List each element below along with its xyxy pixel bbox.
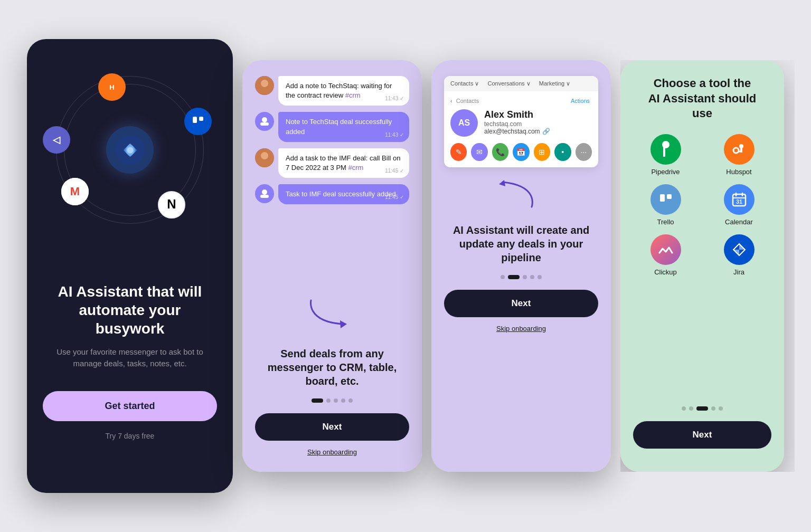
chat-bubble-3: Add a task to the IMF deal: call Bill on…: [278, 148, 409, 178]
svg-point-10: [127, 147, 133, 153]
crm-task-btn[interactable]: ⊞: [534, 143, 550, 161]
svg-rect-3: [193, 117, 197, 123]
breadcrumb-contacts: Contacts: [456, 98, 479, 104]
trello-label: Trello: [657, 218, 674, 226]
chat-message-2: Note to TechStaq deal successfully added…: [255, 112, 409, 141]
crm-nav: Contacts ∨ Conversations ∨ Marketing ∨: [444, 76, 598, 91]
hubspot-label: Hubspot: [726, 168, 751, 176]
curved-arrow-area: [300, 295, 364, 334]
chat-message-3: Add a task to the IMF deal: call Bill on…: [255, 148, 409, 178]
try-free-text: Try 7 days free: [106, 432, 155, 440]
tool-pipedrive[interactable]: Pipedrive: [633, 134, 698, 176]
pagination-dots-3: [501, 275, 542, 279]
tool-clickup[interactable]: Clickup: [633, 234, 698, 276]
svg-text:31: 31: [735, 198, 742, 205]
dot-5: [348, 398, 353, 403]
pagination-dots-4: [682, 406, 723, 411]
chat-message-1: Add a note to TechStaq: waiting for the …: [255, 76, 409, 106]
skip-onboarding-3[interactable]: Skip onboarding: [496, 325, 546, 332]
contact-info: Alex Smith techstaq.com alex@techstaq.co…: [484, 109, 550, 135]
dot-3: [696, 406, 708, 411]
dot-2: [508, 275, 520, 279]
figma-satellite-icon: ◁: [43, 126, 70, 154]
chat-message-4: Task to IMF deal successfully added 11:4…: [255, 184, 409, 204]
svg-rect-4: [199, 117, 203, 121]
svg-text:M: M: [70, 185, 80, 198]
crm-breadcrumb: ‹ Contacts Actions: [450, 98, 592, 104]
svg-text:◁: ◁: [52, 135, 61, 145]
next-button-4[interactable]: Next: [633, 421, 771, 449]
jira-label: Jira: [733, 268, 744, 276]
trello-satellite-icon: [184, 108, 212, 135]
next-button-2[interactable]: Next: [255, 413, 409, 441]
dot-4: [530, 275, 534, 279]
clickup-icon: [650, 234, 681, 265]
dark-headline: AI Assistant that will automate your bus…: [43, 282, 217, 338]
dot-1: [501, 275, 505, 279]
tools-headline: Choose a tool theAI Assistant shoulduse: [648, 76, 757, 121]
tool-calendar[interactable]: 31 Calendar: [706, 184, 771, 226]
chat-bubble-4: Task to IMF deal successfully added 11:4…: [278, 184, 409, 204]
pagination-dots-2: [312, 398, 353, 403]
crm-edit-btn[interactable]: ✎: [450, 143, 467, 161]
chat-bubble-2: Note to TechStaq deal successfully added…: [278, 112, 409, 141]
crm-meet-btn[interactable]: 📅: [513, 143, 529, 161]
curved-arrow-up-area: [489, 173, 553, 212]
chat-messages-area: Add a note to TechStaq: waiting for the …: [255, 76, 409, 289]
crm-mockup: Contacts ∨ Conversations ∨ Marketing ∨ ‹…: [444, 76, 598, 167]
trello-icon: [650, 184, 681, 215]
user-avatar-2: [255, 148, 274, 167]
next-button-3[interactable]: Next: [444, 290, 598, 317]
svg-marker-21: [340, 320, 347, 328]
crm-call-btn[interactable]: 📞: [492, 143, 508, 161]
screen-3-purple: Contacts ∨ Conversations ∨ Marketing ∨ ‹…: [431, 60, 611, 472]
crm-nav-marketing: Marketing ∨: [539, 80, 570, 87]
dot-2: [689, 406, 693, 411]
contact-name: Alex Smith: [484, 109, 550, 120]
clickup-label: Clickup: [654, 268, 677, 276]
dark-subtext: Use your favorite messenger to ask bot t…: [43, 346, 217, 370]
hubspot-icon: [724, 134, 755, 165]
svg-marker-22: [499, 180, 505, 186]
dot-5: [719, 406, 723, 411]
skip-onboarding-2[interactable]: Skip onboarding: [307, 448, 357, 456]
jira-icon: [724, 234, 755, 265]
get-started-button[interactable]: Get started: [43, 391, 217, 421]
dot-1: [312, 398, 323, 403]
crm-nav-conversations: Conversations ∨: [487, 80, 530, 87]
chat-bubble-1: Add a note to TechStaq: waiting for the …: [278, 76, 409, 106]
tool-trello[interactable]: Trello: [633, 184, 698, 226]
gmail-satellite-icon: M: [61, 178, 89, 205]
dot-5: [537, 275, 542, 279]
dot-1: [682, 406, 686, 411]
crm-actions-label: Actions: [571, 98, 590, 104]
center-app-icon: [106, 126, 154, 174]
contact-avatar: AS: [450, 109, 478, 137]
crm-email-btn[interactable]: ✉: [471, 143, 487, 161]
svg-point-12: [261, 80, 268, 87]
screen-2-headline: Send deals from any messenger to CRM, ta…: [255, 347, 409, 388]
dot-2: [326, 398, 331, 403]
svg-rect-26: [740, 146, 742, 153]
dot-4: [711, 406, 715, 411]
svg-rect-30: [667, 194, 672, 199]
pipedrive-label: Pipedrive: [651, 168, 680, 176]
dot-3: [523, 275, 527, 279]
svg-point-27: [733, 148, 739, 153]
tool-hubspot[interactable]: Hubspot: [706, 134, 771, 176]
tool-jira[interactable]: Jira: [706, 234, 771, 276]
crm-more-btn2[interactable]: ···: [576, 143, 592, 161]
tools-grid: Pipedrive Hubspot: [633, 134, 771, 276]
pipedrive-icon: [650, 134, 681, 165]
crm-contact-header: AS Alex Smith techstaq.com alex@techstaq…: [450, 109, 592, 137]
svg-point-19: [262, 189, 267, 195]
dark-screen-content: AI Assistant that will automate your bus…: [43, 250, 217, 472]
screen-2-purple: Add a note to TechStaq: waiting for the …: [242, 60, 422, 472]
crm-more-btn1[interactable]: •: [554, 143, 571, 161]
orbit-diagram: H ◁ M: [45, 65, 214, 234]
crm-body: ‹ Contacts Actions AS Alex Smith techsta…: [444, 91, 598, 167]
contact-email: alex@techstaq.com 🔗: [484, 128, 550, 135]
crm-nav-contacts: Contacts ∨: [450, 80, 479, 87]
svg-point-17: [261, 152, 268, 159]
dot-3: [334, 398, 338, 403]
